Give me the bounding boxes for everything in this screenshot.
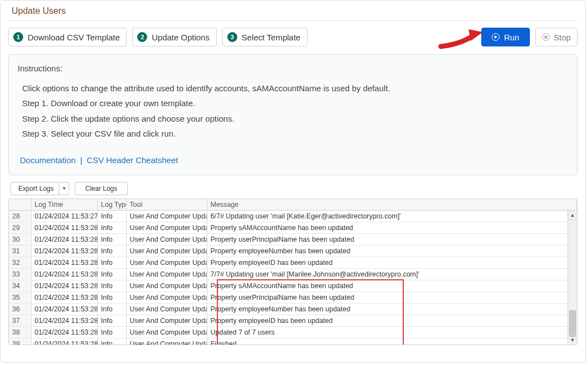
run-button[interactable]: Run [481,28,530,46]
cell-logtype: Info [97,234,126,246]
log-grid: Log Time Log Type Tool Message 2801/24/2… [8,199,577,345]
cell-message: Property userPrincipalName has been upda… [207,292,577,304]
stop-label: Stop [554,33,571,42]
cell-message: Property employeeID has been updated [207,257,577,269]
cell-tool: User And Computer Updater [126,315,207,327]
close-circle-icon [542,33,550,41]
cell-logtype: Info [97,211,126,222]
cell-logtype: Info [97,292,126,304]
update-users-panel: Update Users 1 Download CSV Template 2 U… [0,0,586,363]
vertical-scrollbar[interactable]: ▲ ▼ [568,211,577,345]
cell-logtime: 01/24/2024 11:53:28 [31,269,97,280]
cell-logtime: 01/24/2024 11:53:28 [31,222,97,234]
step-1-badge: 1 [13,32,23,42]
cell-logtime: 01/24/2024 11:53:28 [31,257,97,269]
cell-tool: User And Computer Updater [126,292,207,304]
title-divider [8,20,577,21]
stop-button[interactable]: Stop [535,28,577,46]
select-template-button[interactable]: 3 Select Template [222,28,308,46]
log-header-row: Log Time Log Type Tool Message [9,199,577,211]
cell-logtime: 01/24/2024 11:53:28 [31,327,97,338]
cell-logtime: 01/24/2024 11:53:28 [31,315,97,327]
cell-logtype: Info [97,304,126,315]
instructions-line: Step 3. Select your CSV file and click r… [22,127,568,141]
step-1-label: Download CSV Template [28,33,119,42]
scroll-down-button[interactable]: ▼ [568,335,577,345]
cell-tool: User And Computer Updater [126,280,207,292]
cell-tool: User And Computer Updater [126,304,207,315]
row-number: 34 [9,280,31,292]
scroll-up-button[interactable]: ▲ [568,211,577,220]
cell-tool: User And Computer Updater [126,234,207,246]
row-number: 32 [9,257,31,269]
cell-message: Updated 7 of 7 users [207,327,577,338]
cell-logtype: Info [97,280,126,292]
cell-message: 7/7# Updating user 'mail [Marilee.Johnso… [207,269,577,280]
documentation-link[interactable]: Documentation [20,153,76,168]
cell-message: Property sAMAccountName has been updated [207,222,577,234]
cell-message: Finished [207,338,577,346]
cell-message: Property sAMAccountName has been updated [207,280,577,292]
cell-logtype: Info [97,269,126,280]
table-row[interactable]: 3601/24/2024 11:53:28InfoUser And Comput… [9,304,577,315]
download-csv-template-button[interactable]: 1 Download CSV Template [8,28,127,46]
row-number: 29 [9,222,31,234]
cell-message: Property userPrincipalName has been upda… [207,234,577,246]
table-row[interactable]: 3001/24/2024 11:53:28InfoUser And Comput… [9,234,577,246]
table-row[interactable]: 3801/24/2024 11:53:28InfoUser And Comput… [9,327,577,338]
cell-tool: User And Computer Updater [126,338,207,346]
table-row[interactable]: 3201/24/2024 11:53:28InfoUser And Comput… [9,257,577,269]
csv-header-cheatsheet-link[interactable]: CSV Header Cheatsheet [87,153,178,168]
arrow-annotation-icon [438,28,487,50]
cell-logtime: 01/24/2024 11:53:28 [31,280,97,292]
wizard-step-row: 1 Download CSV Template 2 Update Options… [8,28,577,46]
table-row[interactable]: 2901/24/2024 11:53:28InfoUser And Comput… [9,222,577,234]
message-header[interactable]: Message [207,199,577,211]
cell-message: Property employeeID has been updated [207,315,577,327]
cell-logtype: Info [97,257,126,269]
export-logs-button[interactable]: Export Logs [11,182,69,195]
cell-logtype: Info [97,327,126,338]
instructions-panel: Instructions: Click options to change th… [8,54,577,175]
cell-tool: User And Computer Updater [126,257,207,269]
step-3-badge: 3 [227,32,237,42]
cell-logtime: 01/24/2024 11:53:28 [31,246,97,257]
cell-logtype: Info [97,315,126,327]
cell-tool: User And Computer Updater [126,222,207,234]
table-row[interactable]: 3701/24/2024 11:53:28InfoUser And Comput… [9,315,577,327]
cell-message: Property employeeNumber has been updated [207,304,577,315]
logtime-header[interactable]: Log Time [31,199,97,211]
table-row[interactable]: 3401/24/2024 11:53:28InfoUser And Comput… [9,280,577,292]
tool-header[interactable]: Tool [126,199,207,211]
table-row[interactable]: 3901/24/2024 11:53:28InfoUser And Comput… [9,338,577,346]
row-number: 31 [9,246,31,257]
chevron-down-icon[interactable] [59,182,69,195]
instructions-line: Step 1. Download or create your own temp… [22,96,568,111]
row-number: 35 [9,292,31,304]
cell-logtype: Info [97,222,126,234]
step-3-label: Select Template [242,33,300,42]
logtype-header[interactable]: Log Type [97,199,126,211]
page-title: Update Users [12,6,577,16]
step-2-label: Update Options [152,33,209,42]
clear-logs-button[interactable]: Clear Logs [75,182,128,195]
play-icon [492,33,499,41]
update-options-button[interactable]: 2 Update Options [132,28,216,46]
table-row[interactable]: 3101/24/2024 11:53:28InfoUser And Comput… [9,246,577,257]
cell-logtype: Info [97,338,126,346]
table-row[interactable]: 3301/24/2024 11:53:28InfoUser And Comput… [9,269,577,280]
cell-logtype: Info [97,246,126,257]
row-number: 28 [9,211,31,222]
rownum-header[interactable] [9,199,31,211]
scroll-thumb[interactable] [569,310,576,337]
instructions-title: Instructions: [18,61,568,76]
log-controls: Export Logs Clear Logs [11,182,577,195]
cell-tool: User And Computer Updater [126,211,207,222]
table-row[interactable]: 3501/24/2024 11:53:28InfoUser And Comput… [9,292,577,304]
cell-logtime: 01/24/2024 11:53:28 [31,292,97,304]
table-row[interactable]: 2801/24/2024 11:53:27InfoUser And Comput… [9,211,577,222]
cell-logtime: 01/24/2024 11:53:28 [31,304,97,315]
cell-message: Property employeeNumber has been updated [207,246,577,257]
row-number: 37 [9,315,31,327]
row-number: 33 [9,269,31,280]
